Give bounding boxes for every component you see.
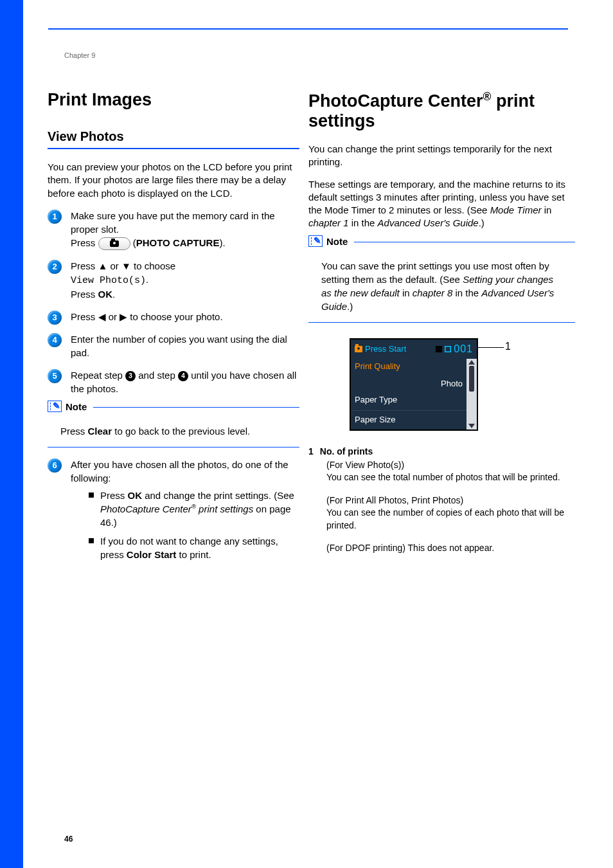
chapter-label: Chapter 9 — [64, 51, 95, 59]
b1-a: Press — [100, 490, 128, 501]
def-3a: (For DPOF printing) This does not appear… — [326, 543, 494, 553]
left-blue-sidebar — [0, 0, 23, 868]
page-number: 46 — [64, 835, 73, 844]
step-1-photo-capture: PHOTO CAPTURE — [136, 237, 220, 248]
step-2-ok: OK — [98, 289, 113, 300]
square-black-icon — [436, 346, 442, 352]
step-4: 4 Enter the number of copies you want us… — [48, 332, 299, 359]
def-title-row: 1 No. of prints — [308, 446, 575, 457]
lcd-row3-title: Paper Size — [355, 415, 473, 424]
step-badge-3: 3 — [48, 311, 62, 325]
ref-step-3-icon: 3 — [125, 371, 136, 381]
b1-b: and change the print settings. (See — [142, 490, 294, 501]
step-6: 6 After you have chosen all the photos, … — [48, 458, 299, 561]
step-5-a: Repeat step — [71, 370, 125, 381]
step-6-bullets: Press OK and change the print settings. … — [71, 489, 299, 561]
note-icon — [48, 401, 62, 412]
note-label-right: Note — [308, 235, 354, 248]
def-2: (For Print All Photos, Print Photos) You… — [326, 494, 575, 532]
top-rule — [48, 28, 568, 30]
def-2a: (For Print All Photos, Print Photos) — [326, 495, 463, 505]
heading-print-images: Print Images — [48, 90, 299, 110]
step-badge-4: 4 — [48, 333, 62, 347]
left-column: Print Images View Photos You can preview… — [48, 90, 299, 570]
step-5-b: and step — [138, 370, 178, 381]
note-left-b: to go back to the previous level. — [112, 426, 250, 437]
h1-a: PhotoCapture Center — [308, 91, 483, 111]
subheading-view-photos: View Photos — [48, 129, 299, 149]
note-box-left: Note Press Clear to go back to the previ… — [48, 407, 299, 448]
h1-sup: ® — [483, 90, 492, 103]
lcd-paper-size: Paper Size — [351, 410, 477, 429]
step-3-text: Press ◀ or ▶ to choose your photo. — [71, 311, 223, 322]
step-3: 3 Press ◀ or ▶ to choose your photo. — [48, 310, 299, 323]
step-5: 5 Repeat step 3 and step 4 until you hav… — [48, 368, 299, 395]
step-1-press: Press — [71, 237, 98, 248]
lcd-print-quality: Print Quality Photo — [351, 359, 477, 391]
definitions: 1 No. of prints (For View Photo(s)) You … — [308, 446, 575, 556]
note-title-left: Note — [66, 400, 87, 413]
def-2b: You can see the number of copies of each… — [326, 507, 564, 530]
scroll-thumb — [469, 366, 474, 392]
step-1: 1 Make sure you have put the memory card… — [48, 209, 299, 250]
step-badge-5: 5 — [48, 369, 62, 383]
right-column: PhotoCapture Center® print settings You … — [308, 90, 575, 565]
lcd-row1-title: Print Quality — [355, 361, 473, 371]
callout-line — [478, 347, 504, 348]
note-r-i2: chapter 8 — [413, 287, 453, 298]
camera-indicator-icon — [355, 346, 362, 352]
note-r-c: in the — [452, 287, 481, 298]
lcd-illustration: Press Start 001 Print Quality Photo Pape… — [350, 338, 488, 431]
bullet-2: If you do not want to change any setting… — [89, 534, 299, 561]
note-r-d: .) — [347, 301, 353, 312]
step-4-text: Enter the number of copies you want usin… — [71, 334, 287, 358]
step-2-dot: . — [146, 274, 148, 285]
b1-sup: ® — [191, 503, 196, 510]
step-2: 2 Press ▲ or ▼ to choose View Photo(s). … — [48, 259, 299, 301]
b2-b: to print. — [176, 549, 211, 560]
b2-bold: Color Start — [127, 549, 177, 560]
p2-d: .) — [479, 217, 484, 228]
intro-paragraph: You can preview your photos on the LCD b… — [48, 161, 299, 200]
step-1-close: ). — [219, 237, 225, 248]
step-2-press: Press — [71, 289, 98, 300]
p2-c: in the — [349, 217, 378, 228]
note-icon-right — [308, 235, 323, 247]
step-badge-6: 6 — [48, 458, 62, 473]
b1-i: PhotoCapture Center — [100, 503, 191, 514]
bullet-1: Press OK and change the print settings. … — [89, 489, 299, 529]
scroll-up-icon — [468, 360, 475, 365]
step-1-text-a: Make sure you have put the memory card i… — [71, 210, 275, 235]
steps-list: 1 Make sure you have put the memory card… — [48, 209, 299, 395]
note-left-clear: Clear — [88, 426, 112, 437]
lcd-screen: Press Start 001 Print Quality Photo Pape… — [350, 338, 478, 431]
ref-step-4-icon: 4 — [178, 371, 188, 381]
b1-i2: print settings — [196, 503, 253, 514]
heading-photocapture: PhotoCapture Center® print settings — [308, 90, 575, 131]
p2-i2: chapter 1 — [308, 217, 349, 228]
lcd-row2-title: Paper Type — [355, 395, 473, 404]
note-label-left: Note — [48, 400, 93, 413]
lcd-row1-val: Photo — [441, 379, 463, 388]
note-box-right: Note You can save the print settings you… — [308, 242, 575, 323]
step-2-a: Press ▲ or ▼ to choose — [71, 260, 175, 271]
note-r-b: in — [400, 287, 413, 298]
def-1a: (For View Photo(s)) — [326, 460, 404, 470]
callout-number: 1 — [505, 341, 511, 352]
b1-ok: OK — [128, 490, 143, 501]
scroll-down-icon — [468, 424, 475, 428]
note-title-right: Note — [326, 235, 348, 248]
photo-capture-key-icon — [98, 237, 130, 250]
def-3: (For DPOF printing) This does not appear… — [326, 542, 575, 555]
lcd-count: 001 — [454, 343, 473, 355]
def-title: No. of prints — [320, 446, 373, 457]
right-p2: These settings are temporary, and the ma… — [308, 178, 575, 230]
p2-i1: Mode Timer — [490, 204, 542, 215]
p2-b: in — [542, 204, 552, 215]
def-1: (For View Photo(s)) You can see the tota… — [326, 459, 575, 484]
step-2-end: . — [112, 289, 115, 300]
def-1b: You can see the total number of photos t… — [326, 472, 560, 482]
lcd-scrollbar — [466, 359, 477, 429]
step-badge-1: 1 — [48, 210, 62, 224]
lcd-top-row: Press Start 001 — [351, 339, 477, 359]
